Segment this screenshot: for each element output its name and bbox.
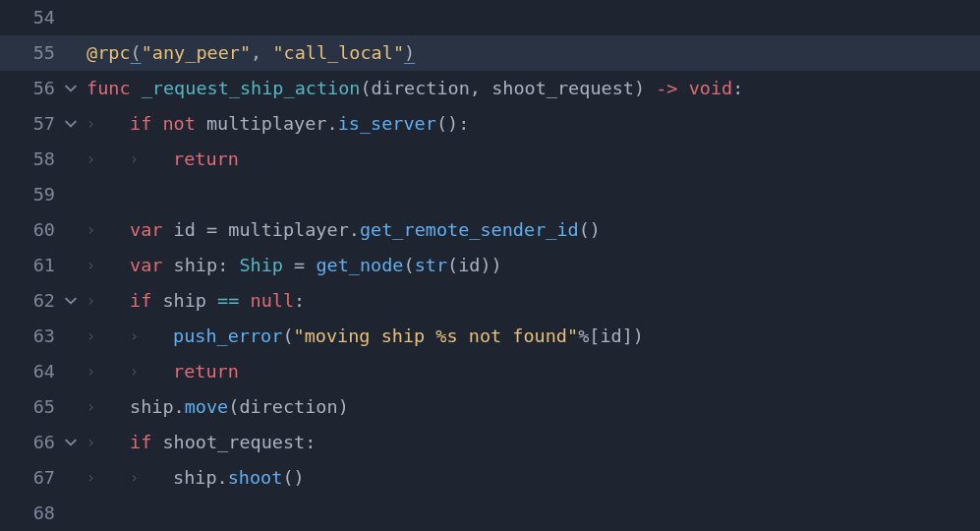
fold-gutter[interactable] xyxy=(65,437,86,448)
token: : xyxy=(732,78,743,98)
line-number: 63 xyxy=(0,319,65,354)
token: str xyxy=(415,255,447,275)
indent-guide: › xyxy=(86,425,130,460)
token: ]) xyxy=(622,325,644,346)
token: void xyxy=(689,78,733,98)
chevron-down-icon[interactable] xyxy=(65,295,77,307)
indent-guide: › xyxy=(130,354,173,389)
chevron-down-icon[interactable] xyxy=(65,437,77,448)
code-content[interactable]: ›if ship == null: xyxy=(86,283,305,320)
token: get_remote_sender_id xyxy=(360,219,579,240)
code-content[interactable]: ›ship.move(direction) xyxy=(86,389,349,426)
token: return xyxy=(173,148,239,169)
token: ( xyxy=(228,396,239,417)
token: is_server xyxy=(338,113,436,134)
token: -> xyxy=(645,78,689,98)
line-number: 67 xyxy=(0,460,65,496)
code-line[interactable]: 65›ship.move(direction) xyxy=(0,389,980,425)
token: multiplayer xyxy=(206,113,327,134)
indent-guide: › xyxy=(130,142,173,177)
token: . xyxy=(174,396,185,417)
code-content[interactable]: func _request_ship_action(direction, sho… xyxy=(86,71,743,106)
token: ship xyxy=(130,396,174,417)
code-content[interactable]: ›var ship: Ship = get_node(str(id)) xyxy=(86,248,502,284)
code-editor[interactable]: 5455@rpc("any_peer", "call_local")56func… xyxy=(0,0,980,531)
code-content[interactable]: ›if not multiplayer.is_server(): xyxy=(86,106,469,143)
token: get_node xyxy=(316,255,403,275)
line-number: 66 xyxy=(0,425,65,460)
code-line[interactable]: 58››return xyxy=(0,142,980,177)
token: null xyxy=(251,290,295,311)
token: Ship xyxy=(239,255,283,275)
token: (): xyxy=(436,113,469,134)
line-number: 56 xyxy=(0,71,65,106)
line-number: 64 xyxy=(0,354,65,389)
fold-gutter[interactable] xyxy=(65,295,86,307)
line-number: 54 xyxy=(0,0,65,35)
code-line[interactable]: 64››return xyxy=(0,354,980,389)
code-line[interactable]: 61›var ship: Ship = get_node(str(id)) xyxy=(0,248,980,283)
token: ( xyxy=(360,78,371,98)
token: , xyxy=(251,42,272,63)
token: "call_local" xyxy=(272,42,404,63)
line-number: 55 xyxy=(0,35,65,71)
token: = xyxy=(283,255,316,275)
token: ( xyxy=(131,42,142,63)
code-line[interactable]: 57›if not multiplayer.is_server(): xyxy=(0,106,980,142)
token: , xyxy=(470,78,491,98)
code-content[interactable]: @rpc("any_peer", "call_local") xyxy=(86,35,415,71)
token: ) xyxy=(634,78,645,98)
token: id xyxy=(600,325,621,346)
token: if not xyxy=(130,113,206,134)
code-content[interactable]: ››ship.shoot() xyxy=(86,460,305,497)
code-line[interactable]: 55@rpc("any_peer", "call_local") xyxy=(0,35,980,71)
code-content[interactable]: ››push_error("moving ship %s not found"%… xyxy=(86,319,644,355)
code-line[interactable]: 67››ship.shoot() xyxy=(0,460,980,496)
code-content[interactable]: ››return xyxy=(86,142,239,178)
token: = xyxy=(196,219,228,240)
code-line[interactable]: 54 xyxy=(0,0,980,35)
code-line[interactable]: 62›if ship == null: xyxy=(0,283,980,319)
fold-gutter[interactable] xyxy=(65,118,86,130)
code-line[interactable]: 59 xyxy=(0,177,980,212)
code-line[interactable]: 66›if shoot_request: xyxy=(0,425,980,460)
token: ( xyxy=(282,325,293,346)
token: var xyxy=(130,255,174,275)
token: id xyxy=(174,219,196,240)
code-content[interactable]: ›if shoot_request: xyxy=(86,425,316,461)
fold-gutter[interactable] xyxy=(65,83,86,94)
indent-guide: › xyxy=(86,389,130,425)
line-number: 61 xyxy=(0,248,65,283)
line-number: 59 xyxy=(0,177,65,212)
token: move xyxy=(185,396,229,417)
code-line[interactable]: 68 xyxy=(0,496,980,531)
token: ship xyxy=(162,290,206,311)
line-number: 58 xyxy=(0,142,65,177)
token: if xyxy=(130,290,162,311)
token: )) xyxy=(480,255,501,275)
code-line[interactable]: 60›var id = multiplayer.get_remote_sende… xyxy=(0,212,980,248)
code-content[interactable]: ›var id = multiplayer.get_remote_sender_… xyxy=(86,212,601,249)
token: ( xyxy=(404,255,415,275)
token: : xyxy=(294,290,305,311)
line-number: 68 xyxy=(0,496,65,531)
token: push_error xyxy=(173,325,282,346)
token: . xyxy=(349,219,360,240)
code-content[interactable]: ››return xyxy=(86,354,239,390)
chevron-down-icon[interactable] xyxy=(65,118,77,130)
indent-guide: › xyxy=(86,460,130,496)
code-line[interactable]: 63››push_error("moving ship %s not found… xyxy=(0,319,980,354)
token: "moving ship %s not found" xyxy=(294,325,579,346)
token: : xyxy=(305,432,316,452)
token: shoot_request xyxy=(491,78,634,98)
code-line[interactable]: 56func _request_ship_action(direction, s… xyxy=(0,71,980,106)
indent-guide: › xyxy=(86,283,130,319)
indent-guide: › xyxy=(86,354,130,389)
token: _request_ship_action xyxy=(142,78,361,98)
token: shoot xyxy=(228,467,283,488)
token: . xyxy=(327,113,338,134)
token: ship xyxy=(174,255,218,275)
token: : xyxy=(217,255,239,275)
token: id xyxy=(458,255,480,275)
chevron-down-icon[interactable] xyxy=(65,83,77,94)
